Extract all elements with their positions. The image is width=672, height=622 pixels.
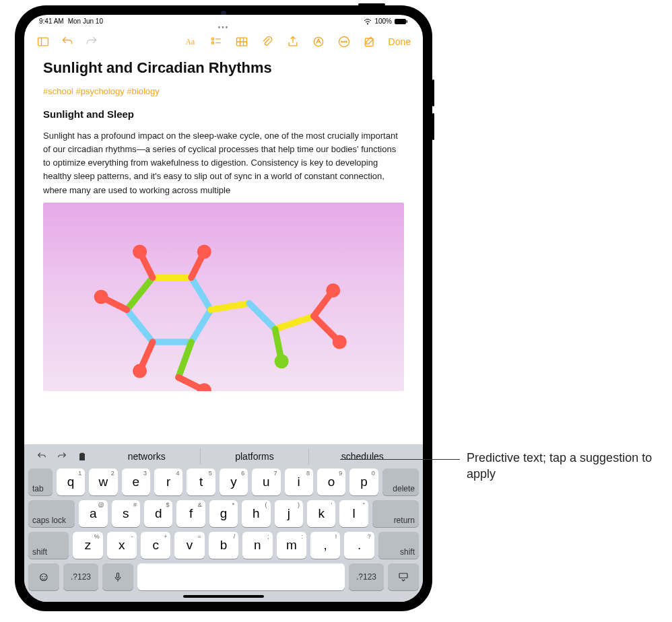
done-button[interactable]: Done: [389, 36, 411, 47]
key-l[interactable]: l": [339, 500, 368, 527]
svg-text:Aa: Aa: [185, 38, 195, 46]
key-v[interactable]: v=: [174, 532, 204, 559]
suggestion-3[interactable]: schedules: [308, 448, 416, 464]
key-w[interactable]: w2: [89, 469, 117, 495]
svg-point-17: [343, 41, 345, 42]
redo-icon[interactable]: [85, 35, 98, 48]
svg-point-38: [133, 244, 147, 258]
suggestion-1[interactable]: networks: [93, 448, 200, 464]
key-g[interactable]: g*: [209, 500, 238, 527]
key-dismiss-keyboard[interactable]: [388, 563, 419, 590]
suggestion-2[interactable]: platforms: [200, 448, 308, 464]
svg-point-45: [275, 354, 289, 368]
key-h[interactable]: h(: [242, 500, 270, 527]
note-tags[interactable]: #school #psychology #biology: [43, 86, 404, 96]
key-r[interactable]: r4: [154, 469, 182, 495]
suggestion-bar: networks platforms schedules: [24, 448, 423, 469]
key-z[interactable]: z%: [73, 532, 102, 559]
key-shift-left[interactable]: shift: [28, 532, 69, 559]
key-o[interactable]: o9: [317, 469, 345, 495]
svg-rect-3: [38, 38, 48, 46]
svg-point-40: [333, 335, 347, 349]
svg-point-41: [326, 283, 340, 298]
svg-point-43: [133, 364, 147, 378]
key-e[interactable]: e3: [122, 469, 150, 495]
key-m[interactable]: m:: [277, 532, 306, 559]
power-button: [358, 3, 385, 5]
attachment-icon[interactable]: [261, 35, 274, 48]
key-numsym-left[interactable]: .?123: [63, 563, 98, 590]
svg-line-28: [211, 303, 249, 310]
svg-rect-46: [117, 573, 119, 578]
key-emoji[interactable]: ☺: [28, 563, 59, 590]
key-capslock[interactable]: caps lock: [28, 500, 75, 527]
key-b[interactable]: b/: [209, 532, 238, 559]
key-period[interactable]: .?: [344, 532, 374, 559]
callout-text: Predictive text; tap a suggestion to app…: [467, 450, 655, 483]
share-icon[interactable]: [286, 35, 300, 48]
key-return[interactable]: return: [372, 500, 419, 527]
svg-rect-47: [399, 574, 407, 578]
key-delete[interactable]: delete: [382, 469, 419, 495]
key-k[interactable]: k': [307, 500, 335, 527]
note-body: Sunlight has a profound impact on the sl…: [43, 129, 404, 197]
key-q[interactable]: q1: [57, 469, 85, 495]
ipad-device-frame: 9:41 AM Mon Jun 10 100% •••: [15, 5, 432, 611]
note-title: Sunlight and Circadian Rhythms: [43, 59, 404, 77]
key-a[interactable]: a@: [79, 500, 107, 527]
svg-line-23: [191, 310, 211, 342]
key-tab[interactable]: tab: [28, 469, 53, 495]
svg-line-22: [191, 277, 211, 310]
key-c[interactable]: c+: [141, 532, 170, 559]
key-u[interactable]: u7: [252, 469, 280, 495]
svg-point-18: [345, 41, 347, 42]
volume-down-button: [432, 113, 434, 140]
key-n[interactable]: n;: [242, 532, 272, 559]
more-icon[interactable]: [337, 35, 351, 48]
kb-clipboard-icon[interactable]: [77, 451, 88, 462]
screen: 9:41 AM Mon Jun 10 100% •••: [24, 15, 423, 602]
onscreen-keyboard: networks platforms schedules tab q1w2e3r…: [24, 444, 423, 602]
key-numsym-right[interactable]: .?123: [349, 563, 384, 590]
molecule-image: [43, 203, 404, 391]
svg-point-39: [197, 244, 211, 258]
kb-undo-icon[interactable]: [36, 451, 47, 462]
svg-line-20: [127, 277, 152, 310]
kb-redo-icon[interactable]: [57, 451, 67, 462]
key-dictation[interactable]: [102, 563, 133, 590]
svg-point-8: [211, 42, 213, 44]
section-heading: Sunlight and Sleep: [43, 108, 404, 120]
key-j[interactable]: j): [275, 500, 303, 527]
svg-point-6: [211, 38, 213, 40]
key-t[interactable]: t5: [187, 469, 215, 495]
svg-rect-2: [407, 20, 408, 23]
sidebar-icon[interactable]: [36, 35, 50, 48]
markup-icon[interactable]: [312, 35, 325, 48]
note-content[interactable]: Sunlight and Circadian Rhythms #school #…: [24, 55, 423, 444]
key-comma[interactable]: ,!: [310, 532, 340, 559]
key-d[interactable]: d$: [144, 500, 172, 527]
svg-line-36: [178, 342, 191, 378]
checklist-icon[interactable]: [209, 35, 223, 48]
svg-line-29: [249, 303, 275, 329]
toolbar: Aa Done: [24, 31, 423, 55]
key-i[interactable]: i8: [285, 469, 313, 495]
multitask-dots[interactable]: •••: [24, 24, 423, 31]
key-y[interactable]: y6: [220, 469, 248, 495]
svg-line-30: [275, 316, 314, 329]
undo-icon[interactable]: [61, 35, 74, 48]
svg-point-16: [341, 41, 342, 42]
table-icon[interactable]: [235, 35, 248, 48]
home-indicator[interactable]: [183, 595, 264, 598]
key-s[interactable]: s#: [112, 500, 140, 527]
compose-icon[interactable]: [363, 35, 376, 48]
key-space[interactable]: [137, 563, 345, 590]
format-icon[interactable]: Aa: [184, 35, 197, 48]
svg-line-25: [127, 310, 152, 342]
key-shift-right[interactable]: shift: [378, 532, 419, 559]
key-x[interactable]: x-: [107, 532, 137, 559]
volume-up-button: [432, 79, 434, 106]
key-f[interactable]: f&: [176, 500, 205, 527]
callout-line: [340, 459, 460, 460]
key-p[interactable]: p0: [349, 469, 378, 495]
